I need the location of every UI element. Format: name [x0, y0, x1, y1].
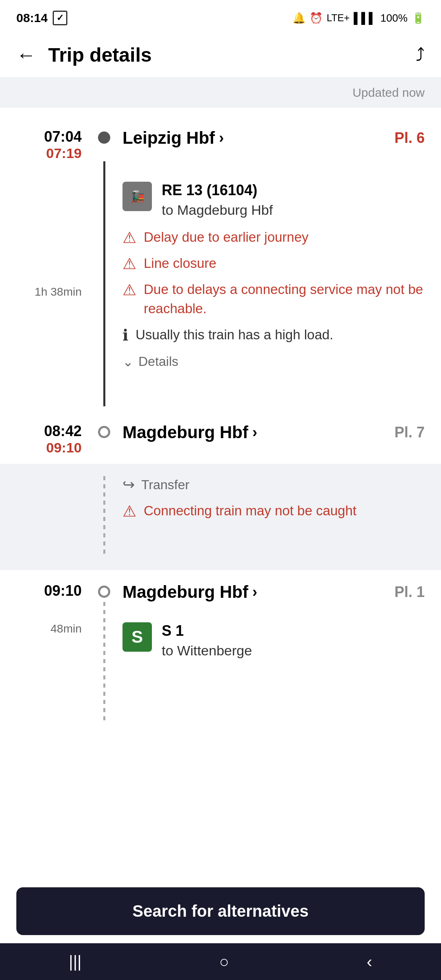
stop-3-name[interactable]: Magdeburg Hbf ›	[122, 582, 257, 602]
segment-1-train-name: RE 13 (16104)	[162, 182, 425, 199]
segment-2-duration-col: 48min	[16, 602, 86, 724]
stop-1-actual-time: 07:19	[16, 145, 82, 161]
status-right: 🔔 ⏰ LTE+ ▌▌▌ 100% 🔋	[292, 12, 425, 24]
segment-2-service-info: S 1 to Wittenberge	[162, 622, 425, 659]
notification-icon: ✓	[53, 11, 67, 25]
stop-1-scheduled-time: 07:04	[16, 128, 82, 145]
stop-2-platform: Pl. 7	[394, 424, 425, 441]
segment-2-container: 48min S S 1 to Wittenberge	[0, 602, 441, 724]
stop-2-chevron: ›	[252, 424, 257, 441]
transfer-alert-text: Connecting train may not be caught	[144, 501, 356, 520]
alert-4: ℹ Usually this train has a high load.	[122, 325, 425, 344]
stop-3-name-row: Magdeburg Hbf › Pl. 1	[122, 582, 425, 602]
nav-back-icon[interactable]: ‹	[367, 953, 372, 971]
s-badge: S	[122, 622, 152, 652]
stop-2-name[interactable]: Magdeburg Hbf ›	[122, 423, 257, 442]
battery-text: 100%	[381, 12, 408, 24]
details-button[interactable]: ⌄ Details	[122, 354, 425, 370]
segment-1-alerts: ⚠ Delay due to earlier journey ⚠ Line cl…	[122, 228, 425, 344]
alert-4-text: Usually this train has a high load.	[136, 325, 333, 344]
segment-2-train-name: S 1	[162, 622, 425, 639]
alert-2: ⚠ Line closure	[122, 254, 425, 273]
stop-1-chevron: ›	[219, 129, 224, 147]
app-bar: ← Trip details ⤴	[0, 33, 441, 78]
nav-bar: ||| ○ ‹	[0, 943, 441, 980]
segment-1-details: 🚂 RE 13 (16104) to Magdeburg Hbf ⚠ Delay…	[122, 161, 425, 406]
segment-1-container: 1h 38min 🚂 RE 13 (16104) to Magdeburg Hb…	[0, 161, 441, 406]
alert-3: ⚠ Due to delays a connecting service may…	[122, 280, 425, 318]
alert-1-text: Delay due to earlier journey	[144, 228, 309, 247]
stop-3-row: 09:10 Magdeburg Hbf › Pl. 1	[0, 574, 441, 602]
update-banner: Updated now	[0, 78, 441, 108]
transfer-label-text: Transfer	[141, 477, 189, 492]
transfer-dashed-line	[103, 476, 105, 558]
stop-1-time: 07:04 07:19	[16, 128, 86, 161]
nav-home-icon[interactable]: ○	[219, 953, 229, 971]
stop-1-name-row: Leipzig Hbf › Pl. 6	[122, 128, 425, 148]
stop-3-scheduled-time: 09:10	[16, 582, 82, 599]
transfer-dot-col	[94, 476, 114, 558]
stop-1-name[interactable]: Leipzig Hbf ›	[122, 128, 224, 148]
lte-icon: LTE+	[327, 12, 350, 24]
stop-2-actual-time: 09:10	[16, 440, 82, 456]
segment-2-service-row: S S 1 to Wittenberge	[122, 622, 425, 659]
back-button[interactable]: ←	[16, 44, 36, 66]
segment-1-destination: to Magdeburg Hbf	[162, 202, 425, 218]
transfer-row: ↪ Transfer ⚠ Connecting train may not be…	[0, 476, 441, 558]
chevron-down-icon: ⌄	[122, 354, 134, 370]
stop-3-dot-col	[94, 582, 114, 602]
alarm2-icon: ⏰	[310, 12, 323, 24]
stop-3-chevron: ›	[252, 584, 257, 601]
update-text: Updated now	[352, 86, 425, 99]
status-time: 08:14	[16, 11, 48, 25]
transfer-alert-row: ⚠ Connecting train may not be caught	[122, 501, 425, 520]
alarm-icon: 🔔	[292, 12, 305, 24]
segment-2-dashed-line	[103, 602, 105, 724]
stop-2-scheduled-time: 08:42	[16, 423, 82, 440]
re-badge: 🚂	[122, 182, 152, 211]
segment-2-line-col	[94, 602, 114, 724]
train-icon: 🚂	[130, 190, 145, 203]
alert-3-text: Due to delays a connecting service may n…	[144, 280, 425, 318]
alert-1-icon: ⚠	[122, 229, 136, 247]
stop-2-content: Magdeburg Hbf › Pl. 7	[122, 423, 425, 456]
details-label: Details	[138, 354, 178, 369]
stop-1-dot-col	[94, 128, 114, 161]
alert-2-icon: ⚠	[122, 255, 136, 273]
app-bar-left: ← Trip details	[16, 44, 151, 66]
battery-icon: 🔋	[412, 12, 425, 24]
main-content: 07:04 07:19 Leipzig Hbf › Pl. 6 1h 38min	[0, 108, 441, 826]
alert-4-icon: ℹ	[122, 326, 128, 344]
segment-1-line-col	[94, 161, 114, 406]
stop-1-platform: Pl. 6	[394, 129, 425, 147]
status-left: 08:14 ✓	[16, 11, 67, 25]
stop-1-content: Leipzig Hbf › Pl. 6	[122, 128, 425, 161]
stop-2-dot	[98, 426, 110, 438]
status-bar: 08:14 ✓ 🔔 ⏰ LTE+ ▌▌▌ 100% 🔋	[0, 0, 441, 33]
page-title: Trip details	[48, 44, 151, 66]
stop-2-name-row: Magdeburg Hbf › Pl. 7	[122, 423, 425, 442]
alert-2-text: Line closure	[144, 254, 216, 273]
bottom-bar: Search for alternatives	[0, 879, 441, 943]
stop-1-row: 07:04 07:19 Leipzig Hbf › Pl. 6	[0, 120, 441, 161]
stop-3-platform: Pl. 1	[394, 584, 425, 601]
bottom-spacer	[0, 724, 441, 814]
alert-3-icon: ⚠	[122, 281, 136, 299]
segment-2-details: S S 1 to Wittenberge	[122, 602, 425, 724]
stop-2-time: 08:42 09:10	[16, 423, 86, 456]
stop-3-content: Magdeburg Hbf › Pl. 1	[122, 582, 425, 602]
segment-1-duration-col: 1h 38min	[16, 161, 86, 406]
segment-2-duration: 48min	[51, 622, 82, 635]
segment-1-solid-line	[103, 161, 105, 406]
search-alternatives-button[interactable]: Search for alternatives	[16, 887, 425, 935]
segment-2-destination: to Wittenberge	[162, 643, 425, 659]
transfer-alert-icon: ⚠	[122, 502, 136, 520]
segment-1-service-row: 🚂 RE 13 (16104) to Magdeburg Hbf	[122, 182, 425, 218]
signal-icon: ▌▌▌	[354, 12, 376, 24]
transfer-label-row: ↪ Transfer	[122, 476, 425, 493]
segment-1-duration: 1h 38min	[35, 285, 82, 298]
share-button[interactable]: ⤴	[416, 45, 425, 65]
stop-1-dot	[98, 131, 110, 144]
transfer-arrow-icon: ↪	[122, 476, 135, 493]
nav-menu-icon[interactable]: |||	[69, 953, 82, 971]
